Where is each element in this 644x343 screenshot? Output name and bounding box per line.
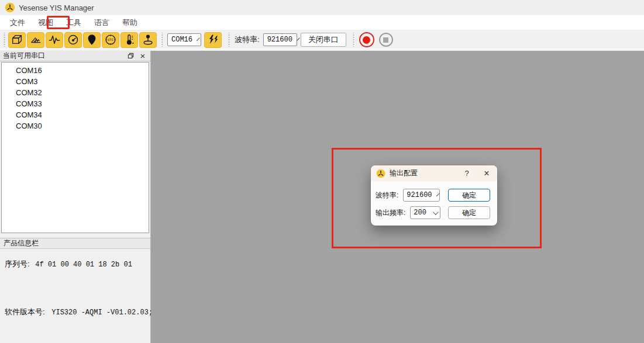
app-logo-icon xyxy=(5,2,15,13)
stop-icon xyxy=(383,37,388,43)
dialog-baud-label: 波特率: xyxy=(376,190,398,200)
location-pin-icon xyxy=(85,33,98,46)
menu-file[interactable]: 文件 xyxy=(5,15,30,30)
dock-panel-header: 当前可用串口 × xyxy=(0,51,150,61)
list-item-port[interactable]: COM3 xyxy=(2,76,149,87)
serial-number-label: 序列号: xyxy=(5,259,30,268)
list-item-port[interactable]: COM30 xyxy=(2,120,149,131)
toolbar-drag-handle[interactable] xyxy=(161,33,164,47)
toolbar-button-attitude-wave[interactable] xyxy=(27,32,44,48)
list-item-port[interactable]: COM33 xyxy=(2,98,149,109)
toolbar: UTC COM16 xyxy=(0,31,644,50)
output-freq-config-row: 输出频率: 200 确定 xyxy=(376,206,491,219)
com-port-select[interactable]: COM16 xyxy=(167,33,201,46)
list-item-port[interactable]: COM16 xyxy=(2,65,149,76)
serial-port-dock-panel: 当前可用串口 × COM16 COM3 COM32 COM33 COM34 CO… xyxy=(0,51,151,343)
toolbar-button-3d-view[interactable] xyxy=(8,32,26,48)
menu-tools[interactable]: 工具 xyxy=(61,15,86,30)
dialog-freq-select[interactable]: 200 xyxy=(410,206,440,219)
baud-rate-config-row: 波特率: 921600 确定 xyxy=(376,189,491,202)
baud-rate-value: 921600 xyxy=(267,36,292,44)
toolbar-button-thermometer[interactable] xyxy=(120,32,138,48)
dialog-body: 波特率: 921600 确定 输出频率: 200 确定 xyxy=(371,181,497,219)
close-panel-button[interactable]: × xyxy=(138,51,147,60)
dialog-baud-select[interactable]: 921600 xyxy=(403,189,440,202)
window-title: Yesense YIS Manager xyxy=(19,4,94,12)
refresh-icon xyxy=(206,33,219,46)
joystick-level-icon xyxy=(142,33,154,46)
toolbar-drag-handle[interactable] xyxy=(3,33,6,47)
chevron-down-icon xyxy=(436,193,440,196)
svg-text:UTC: UTC xyxy=(108,38,114,42)
float-icon xyxy=(128,53,134,59)
confirm-baud-button[interactable]: 确定 xyxy=(448,189,490,202)
toolbar-button-gauge[interactable] xyxy=(64,32,82,48)
chevron-down-icon xyxy=(197,37,200,41)
record-button[interactable] xyxy=(359,32,374,47)
product-info-body: 序列号: 4f 01 00 40 01 18 2b 01 软件版本号: YIS3… xyxy=(0,250,150,343)
chevron-down-icon xyxy=(433,209,439,215)
workspace: 输出配置 ? × 波特率: 921600 确定 输出频率: xyxy=(151,51,644,343)
software-version-label: 软件版本号: xyxy=(5,307,45,316)
output-config-dialog: 输出配置 ? × 波特率: 921600 确定 输出频率: xyxy=(371,165,497,226)
content-area: 当前可用串口 × COM16 COM3 COM32 COM33 COM34 CO… xyxy=(0,51,644,343)
menu-language[interactable]: 语言 xyxy=(89,15,114,30)
dialog-titlebar[interactable]: 输出配置 ? × xyxy=(371,165,497,181)
menubar: 文件 视图 工具 语言 帮助 xyxy=(0,15,644,30)
dialog-title: 输出配置 xyxy=(390,168,462,178)
dialog-baud-value: 921600 xyxy=(407,191,432,199)
software-version-row: 软件版本号: YIS320 -AQMI -V01.02.03; xyxy=(5,307,153,317)
gauge-icon xyxy=(67,33,80,46)
float-panel-button[interactable] xyxy=(126,51,135,60)
menu-help[interactable]: 帮助 xyxy=(118,15,142,30)
product-info-header: 产品信息栏 xyxy=(0,238,150,249)
dialog-freq-value: 200 xyxy=(414,209,426,217)
stop-button[interactable] xyxy=(379,33,393,47)
utc-clock-icon: UTC xyxy=(104,33,117,46)
record-icon xyxy=(363,36,370,44)
dialog-close-button[interactable]: × xyxy=(481,168,492,179)
close-serial-port-button[interactable]: 关闭串口 xyxy=(301,33,346,47)
dialog-logo-icon xyxy=(376,169,385,178)
list-item-port[interactable]: COM32 xyxy=(2,87,149,98)
available-ports-list: COM16 COM3 COM32 COM33 COM34 COM30 xyxy=(1,62,149,233)
angle-waveform-icon xyxy=(29,33,42,46)
software-version-value: YIS320 -AQMI -V01.02.03; xyxy=(51,309,153,317)
app-window: Yesense YIS Manager 文件 视图 工具 语言 帮助 xyxy=(0,0,644,343)
cube-icon xyxy=(11,33,23,46)
baud-rate-label: 波特率: xyxy=(235,34,260,45)
toolbar-button-joystick[interactable] xyxy=(139,32,157,48)
titlebar: Yesense YIS Manager xyxy=(0,0,644,15)
toolbar-button-waveform[interactable] xyxy=(46,32,63,48)
chevron-down-icon xyxy=(297,37,300,41)
waveform-icon xyxy=(48,33,61,46)
menu-view[interactable]: 视图 xyxy=(33,15,58,30)
serial-number-value: 4f 01 00 40 01 18 2b 01 xyxy=(35,261,132,269)
thermometer-icon xyxy=(123,33,136,46)
refresh-ports-button[interactable] xyxy=(204,32,222,48)
list-item-port[interactable]: COM34 xyxy=(2,109,149,120)
toolbar-drag-handle[interactable] xyxy=(228,33,230,47)
baud-rate-select[interactable]: 921600 xyxy=(263,33,297,46)
dialog-help-button[interactable]: ? xyxy=(462,169,472,178)
confirm-freq-button[interactable]: 确定 xyxy=(448,206,490,219)
toolbar-drag-handle[interactable] xyxy=(352,33,355,47)
toolbar-button-location[interactable] xyxy=(83,32,101,48)
serial-number-row: 序列号: 4f 01 00 40 01 18 2b 01 xyxy=(5,259,132,269)
com-port-value: COM16 xyxy=(171,36,192,44)
toolbar-button-utc-clock[interactable]: UTC xyxy=(102,32,119,48)
dock-panel-title: 当前可用串口 xyxy=(3,51,123,61)
dialog-freq-label: 输出频率: xyxy=(376,208,405,218)
